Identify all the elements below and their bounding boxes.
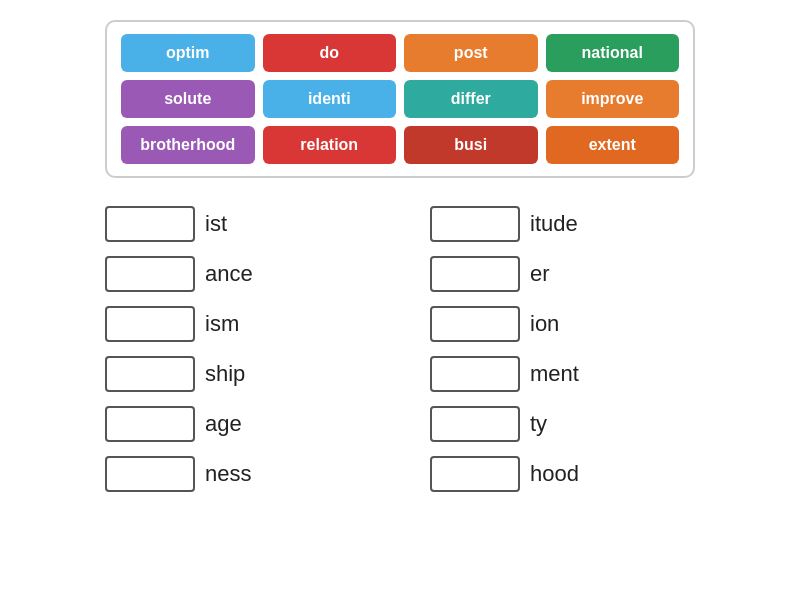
word-tile-extent[interactable]: extent [546, 126, 680, 164]
drop-box-er[interactable] [430, 256, 520, 292]
match-row-right-er: er [430, 256, 695, 292]
drop-box-ion[interactable] [430, 306, 520, 342]
drop-box-ness[interactable] [105, 456, 195, 492]
word-tile-busi[interactable]: busi [404, 126, 538, 164]
match-row-left-ness: ness [105, 456, 370, 492]
match-row-left-ance: ance [105, 256, 370, 292]
drop-box-age[interactable] [105, 406, 195, 442]
word-tile-do[interactable]: do [263, 34, 397, 72]
drop-box-ist[interactable] [105, 206, 195, 242]
suffix-label-ion: ion [530, 311, 559, 337]
word-tile-improve[interactable]: improve [546, 80, 680, 118]
match-row-right-ty: ty [430, 406, 695, 442]
word-tile-national[interactable]: national [546, 34, 680, 72]
word-tile-identi[interactable]: identi [263, 80, 397, 118]
suffix-label-ment: ment [530, 361, 579, 387]
suffix-label-ist: ist [205, 211, 227, 237]
word-tile-post[interactable]: post [404, 34, 538, 72]
word-tile-relation[interactable]: relation [263, 126, 397, 164]
match-row-right-itude: itude [430, 206, 695, 242]
match-row-right-hood: hood [430, 456, 695, 492]
matching-area: istitudeanceerismionshipmentagetynesshoo… [105, 206, 695, 492]
suffix-label-er: er [530, 261, 550, 287]
suffix-label-ness: ness [205, 461, 251, 487]
suffix-label-ance: ance [205, 261, 253, 287]
match-row-left-age: age [105, 406, 370, 442]
suffix-label-ship: ship [205, 361, 245, 387]
match-row-left-ism: ism [105, 306, 370, 342]
match-row-left-ist: ist [105, 206, 370, 242]
word-bank: optimdopostnationalsoluteidentidifferimp… [105, 20, 695, 178]
drop-box-hood[interactable] [430, 456, 520, 492]
suffix-label-hood: hood [530, 461, 579, 487]
match-row-right-ion: ion [430, 306, 695, 342]
word-tile-optim[interactable]: optim [121, 34, 255, 72]
suffix-label-ty: ty [530, 411, 547, 437]
match-row-right-ment: ment [430, 356, 695, 392]
drop-box-ty[interactable] [430, 406, 520, 442]
drop-box-ism[interactable] [105, 306, 195, 342]
drop-box-ment[interactable] [430, 356, 520, 392]
suffix-label-itude: itude [530, 211, 578, 237]
match-row-left-ship: ship [105, 356, 370, 392]
drop-box-itude[interactable] [430, 206, 520, 242]
drop-box-ance[interactable] [105, 256, 195, 292]
word-tile-solute[interactable]: solute [121, 80, 255, 118]
drop-box-ship[interactable] [105, 356, 195, 392]
suffix-label-ism: ism [205, 311, 239, 337]
suffix-label-age: age [205, 411, 242, 437]
word-tile-differ[interactable]: differ [404, 80, 538, 118]
word-tile-brotherhood[interactable]: brotherhood [121, 126, 255, 164]
